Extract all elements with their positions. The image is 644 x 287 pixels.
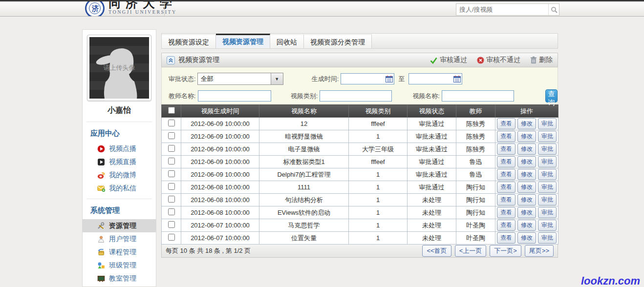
sidebar-item-label: 班级管理 <box>109 261 136 270</box>
sidebar-item-resources[interactable]: 资源管理 <box>83 219 156 232</box>
status-select[interactable]: 全部 ▼ <box>197 73 283 85</box>
column-header: 视频类别 <box>349 105 408 118</box>
delete-button[interactable]: 删除 <box>530 56 553 64</box>
row-view-button[interactable]: 查看 <box>497 194 515 205</box>
row-checkbox[interactable] <box>168 234 175 241</box>
sidebar-item-live[interactable]: 视频直播 <box>83 155 156 168</box>
table-row: 2012-06-08 10:00:00EViews软件的启动1未处理陶行知查看修… <box>162 206 558 219</box>
calendar-icon[interactable] <box>384 76 394 82</box>
row-approve-button[interactable]: 审批 <box>538 182 557 193</box>
row-checkbox[interactable] <box>168 208 175 215</box>
row-edit-button[interactable]: 修改 <box>517 156 536 167</box>
row-approve-button[interactable]: 审批 <box>538 156 557 167</box>
calendar-icon[interactable] <box>452 76 462 82</box>
sidebar-item-messages[interactable]: 我的私信 <box>83 182 156 195</box>
sidebar-item-weibo[interactable]: 我的微博 <box>83 168 156 182</box>
university-seal-icon: 济 <box>85 0 105 17</box>
reject-button[interactable]: 审核不通过 <box>477 56 520 64</box>
row-view-button[interactable]: 查看 <box>497 182 515 193</box>
tab-video-categories[interactable]: 视频资源分类管理 <box>304 34 372 48</box>
teacher-name-input[interactable] <box>198 90 271 102</box>
avatar[interactable]: 请上传头像 <box>87 35 151 101</box>
approve-button[interactable]: 审核通过 <box>429 56 467 64</box>
row-edit-button[interactable]: 修改 <box>517 169 536 180</box>
pager-buttons: <<首页<上一页下一页>尾页>> <box>419 245 554 257</box>
row-edit-button[interactable]: 修改 <box>517 220 536 231</box>
row-approve-button[interactable]: 审批 <box>538 118 557 129</box>
university-logo: 济 同济大学 TONGJI UNIVERSITY <box>85 0 177 17</box>
cell-teacher: 陈独秀 <box>456 143 495 156</box>
row-view-button[interactable]: 查看 <box>497 131 515 142</box>
row-approve-button[interactable]: 审批 <box>538 232 557 244</box>
start-date-input[interactable] <box>341 74 384 83</box>
page-next-button[interactable]: 下一页> <box>490 245 521 257</box>
tab-video-settings[interactable]: 视频资源设定 <box>162 34 216 48</box>
cell-teacher: 陈独秀 <box>456 130 495 143</box>
cell-teacher: 陶行知 <box>456 206 495 219</box>
row-edit-button[interactable]: 修改 <box>517 194 536 205</box>
select-all-checkbox[interactable] <box>168 107 175 114</box>
row-edit-button[interactable]: 修改 <box>517 182 536 193</box>
sidebar-item-label: 视频直播 <box>109 158 136 166</box>
cell-actions: 查看修改审批 <box>495 181 558 194</box>
query-button[interactable]: 查询 <box>545 89 558 102</box>
row-checkbox[interactable] <box>168 183 175 190</box>
row-checkbox[interactable] <box>168 120 175 126</box>
row-view-button[interactable]: 查看 <box>497 156 515 167</box>
row-approve-button[interactable]: 审批 <box>538 220 557 231</box>
tab-video-management[interactable]: 视频资源管理 <box>216 34 270 48</box>
sidebar-item-classrooms[interactable]: 教室管理 <box>83 272 156 285</box>
sidebar-item-vod[interactable]: 视频点播 <box>83 142 156 155</box>
video-category-input[interactable] <box>320 90 392 102</box>
username: 小嘉怡 <box>83 103 156 118</box>
resource-icon <box>97 222 106 230</box>
video-name-input[interactable] <box>442 90 514 102</box>
collapse-icon[interactable] <box>167 56 175 64</box>
cell-video-category: fffeef <box>349 156 408 168</box>
sidebar-item-label: 资源管理 <box>109 222 136 230</box>
row-view-button[interactable]: 查看 <box>497 232 515 244</box>
row-approve-button[interactable]: 审批 <box>538 169 557 180</box>
search-icon[interactable] <box>548 4 559 15</box>
row-view-button[interactable]: 查看 <box>497 144 515 155</box>
row-edit-button[interactable]: 修改 <box>517 232 536 244</box>
page-last-button[interactable]: 尾页>> <box>525 245 554 257</box>
cell-video-name: 电子显微镜 <box>259 143 349 156</box>
row-checkbox[interactable] <box>168 158 175 164</box>
row-approve-button[interactable]: 审批 <box>538 194 557 205</box>
sidebar-item-courses[interactable]: 课程管理 <box>83 246 156 259</box>
cell-video-category: fffeef <box>349 118 408 130</box>
row-edit-button[interactable]: 修改 <box>517 131 536 142</box>
sidebar-item-switch[interactable]: 系统切换 <box>83 285 156 287</box>
live-icon <box>97 158 106 166</box>
sidebar-item-classes[interactable]: 班级管理 <box>83 259 156 272</box>
end-date-input[interactable] <box>409 74 452 83</box>
row-edit-button[interactable]: 修改 <box>517 207 536 218</box>
row-view-button[interactable]: 查看 <box>497 118 515 129</box>
teacher-filter-label: 教师名称: <box>169 92 196 101</box>
row-approve-button[interactable]: 审批 <box>538 207 557 218</box>
panel-actions: 审核通过审核不通过删除 <box>420 56 553 64</box>
cell-video-category: 1 <box>349 232 408 245</box>
row-approve-button[interactable]: 审批 <box>538 144 557 155</box>
sidebar-item-users[interactable]: 用户管理 <box>83 232 156 246</box>
row-edit-button[interactable]: 修改 <box>517 118 536 129</box>
cell-generated-time: 2012-06-09 10:00:00 <box>181 118 259 130</box>
chevron-down-icon[interactable]: ▼ <box>271 73 283 84</box>
avatar-silhouette-image: 请上传头像 <box>89 37 149 99</box>
page-first-button[interactable]: <<首页 <box>422 245 451 257</box>
tab-bar: 视频资源设定视频资源管理回收站视频资源分类管理 <box>161 33 558 49</box>
row-view-button[interactable]: 查看 <box>497 169 515 180</box>
row-view-button[interactable]: 查看 <box>497 207 515 218</box>
row-checkbox[interactable] <box>168 170 175 177</box>
row-checkbox[interactable] <box>168 196 175 203</box>
row-edit-button[interactable]: 修改 <box>517 144 536 155</box>
search-input[interactable] <box>456 4 548 15</box>
row-checkbox[interactable] <box>168 145 175 152</box>
row-approve-button[interactable]: 审批 <box>538 131 557 142</box>
page-prev-button[interactable]: <上一页 <box>455 245 487 257</box>
row-checkbox[interactable] <box>168 221 175 228</box>
row-checkbox[interactable] <box>168 132 175 139</box>
row-view-button[interactable]: 查看 <box>497 220 515 231</box>
tab-recycle-bin[interactable]: 回收站 <box>270 34 304 48</box>
